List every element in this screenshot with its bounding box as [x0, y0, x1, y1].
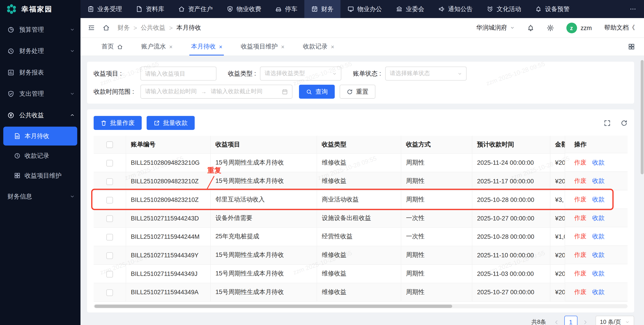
collapse-sidebar-icon[interactable] [88, 24, 95, 31]
void-link[interactable]: 作废 [574, 214, 586, 222]
avatar[interactable]: z [566, 23, 577, 33]
topnav-item-parking[interactable]: 停车 [268, 0, 304, 18]
tab-home[interactable]: 首页 [102, 38, 123, 56]
collect-link[interactable]: 收款 [592, 177, 604, 185]
next-page-button[interactable] [582, 319, 588, 325]
row-checkbox[interactable] [106, 271, 113, 277]
settings-gear-icon[interactable] [546, 24, 554, 32]
reset-button[interactable]: 重置 [340, 85, 375, 99]
table-row: BILL251027115944244M 25年充电桩提成 经营性收益 一次性 … [94, 227, 627, 246]
row-checkbox[interactable] [106, 252, 113, 259]
income-item-input[interactable] [140, 67, 216, 81]
topnav-item-culture-activities[interactable]: 文化活动 [480, 0, 528, 18]
collect-link[interactable]: 收款 [592, 251, 604, 259]
topnav-item-device-alerts[interactable]: 设备预警 [528, 0, 576, 18]
topnav-item-owners-committee[interactable]: 业委会 [389, 0, 431, 18]
breadcrumb-item[interactable]: 财务 [117, 24, 130, 32]
notifications-bell-icon[interactable] [527, 24, 534, 32]
fullscreen-icon[interactable] [604, 120, 611, 127]
collect-link[interactable]: 收款 [592, 196, 604, 203]
collect-link[interactable]: 收款 [592, 158, 604, 166]
select-all-checkbox[interactable] [106, 141, 113, 148]
home-icon[interactable] [103, 24, 110, 31]
income-type-select[interactable]: 请选择收益类型 [260, 67, 342, 81]
topnav-item-property-office[interactable]: 物业办公 [340, 0, 389, 18]
row-checkbox[interactable] [106, 215, 113, 222]
breadcrumb-item[interactable]: 公共收益 [141, 24, 166, 32]
time-range-input[interactable]: 请输入收款起始时间 → 请输入收款截止时间 [140, 85, 292, 99]
bill-status-select[interactable]: 请选择账单状态 [385, 67, 466, 81]
row-checkbox[interactable] [106, 289, 113, 296]
table-row: BILL251027115944349Y 15号周期性生成本月待收 维修收益 周… [94, 246, 627, 264]
page-size-select[interactable]: 10 条/页 [596, 315, 634, 325]
cell-income-item: 15号周期性生成本月待收 [210, 246, 316, 264]
void-link[interactable]: 作废 [574, 232, 586, 240]
checkbox-cell [94, 283, 126, 301]
row-checkbox[interactable] [106, 234, 113, 240]
void-link[interactable]: 作废 [574, 196, 586, 203]
sidebar-group-finance-info[interactable]: 财务信息 [0, 186, 80, 207]
close-icon[interactable]: × [219, 44, 222, 49]
total-count: 共8条 [532, 318, 546, 325]
collect-link[interactable]: 收款 [592, 232, 604, 240]
sidebar-group-public-income[interactable]: 公共收益 [0, 104, 80, 126]
batch-void-button[interactable]: 批量作废 [94, 116, 142, 130]
refresh-icon[interactable] [620, 120, 628, 127]
void-link[interactable]: 作废 [574, 251, 586, 259]
void-link[interactable]: 作废 [574, 269, 586, 277]
cell-expected-time: 2025-10-28 00:00:00 [472, 227, 550, 246]
collect-link[interactable]: 收款 [592, 214, 604, 222]
tab-bar: 首页 账户流水 × 本月待收 × 收益项目维护 × 收款记录 × [80, 38, 644, 56]
horizontal-scrollbar-thumb[interactable] [94, 304, 452, 308]
breadcrumb-bar: 财务>公共收益>本月待收 华润城润府 z zzm 帮助文档《 [80, 18, 644, 38]
topnav-item-assets-residents[interactable]: 资产住户 [171, 0, 220, 18]
prev-page-button[interactable] [554, 319, 559, 325]
sidebar-item-month-pending[interactable]: 本月待收 [4, 127, 77, 146]
breadcrumb-item[interactable]: 本月待收 [176, 24, 201, 32]
help-doc-link[interactable]: 帮助文档《 [604, 24, 635, 32]
vertical-scrollbar-thumb[interactable] [640, 60, 644, 174]
topnav-item-business-accept[interactable]: 业务受理 [80, 0, 129, 18]
sidebar-item-payment-records[interactable]: 收款记录 [4, 146, 77, 165]
collect-link[interactable]: 收款 [592, 288, 604, 296]
sidebar-group-finance-reports[interactable]: 财务报表 [0, 62, 80, 83]
row-checkbox[interactable] [106, 160, 113, 166]
grid-icon [14, 172, 20, 179]
tab-account-flow[interactable]: 账户流水 × [141, 38, 172, 56]
tab-income-item-maint[interactable]: 收益项目维护 × [241, 38, 284, 56]
topnav-item-finance[interactable]: 财务 [304, 0, 340, 18]
sidebar-group-expense[interactable]: 支出管理 [0, 83, 80, 104]
tab-month-pending[interactable]: 本月待收 × [191, 38, 222, 56]
row-checkbox[interactable] [106, 197, 113, 203]
tab-payment-records[interactable]: 收款记录 × [303, 38, 334, 56]
sidebar-group-budget[interactable]: 预算管理 [0, 19, 80, 40]
void-link[interactable]: 作废 [574, 177, 586, 185]
void-link[interactable]: 作废 [574, 288, 586, 296]
sidebar-item-label: 本月待收 [25, 132, 49, 140]
sidebar-item-income-item-maint[interactable]: 收益项目维护 [4, 166, 77, 185]
cell-expected-time: 2025-11-24 00:00:00 [472, 153, 550, 172]
collect-link[interactable]: 收款 [592, 269, 604, 277]
chevron-down-icon [70, 49, 75, 53]
more-menu-button[interactable] [622, 0, 644, 18]
page-1-button[interactable]: 1 [564, 315, 577, 325]
sidebar-group-finance-process[interactable]: 财务处理 [0, 40, 80, 62]
bill-status-placeholder: 请选择账单状态 [390, 70, 458, 77]
batch-collect-button[interactable]: 批量收款 [146, 116, 195, 130]
search-button[interactable]: 查询 [299, 85, 335, 99]
topnav-item-library[interactable]: 资料库 [129, 0, 171, 18]
column-header: 预计收款时间 [472, 136, 550, 153]
topnav-item-property-fees[interactable]: 物业收费 [220, 0, 268, 18]
layout-grid-icon[interactable] [628, 43, 635, 50]
close-icon[interactable]: × [169, 44, 172, 49]
org-selector[interactable]: 华润城润府 [476, 24, 514, 32]
row-checkbox[interactable] [106, 178, 113, 185]
tab-label: 首页 [102, 43, 114, 51]
close-icon[interactable]: × [331, 44, 334, 49]
close-icon[interactable]: × [281, 44, 284, 49]
cell-income-mode: 周期性 [401, 264, 472, 283]
topnav-item-notices[interactable]: 通知公告 [431, 0, 480, 18]
topnav-label: 物业收费 [236, 5, 261, 13]
checkbox-cell [94, 227, 126, 246]
void-link[interactable]: 作废 [574, 158, 586, 166]
